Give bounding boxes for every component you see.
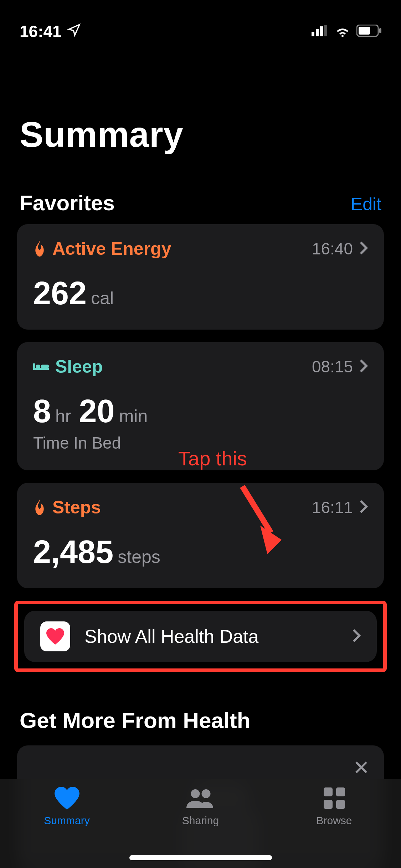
metric-subtext: Time In Bed (33, 433, 368, 453)
tab-sharing[interactable]: Sharing (134, 786, 267, 827)
metric-unit: steps (118, 547, 160, 567)
svg-rect-15 (324, 787, 333, 796)
card-steps[interactable]: Steps 16:11 2,485 steps (17, 483, 384, 588)
card-title: Steps (52, 497, 101, 518)
grid-icon (324, 786, 345, 810)
favorites-title: Favorites (20, 191, 115, 215)
edit-button[interactable]: Edit (351, 194, 381, 215)
card-sleep[interactable]: Sleep 08:15 8 hr 20 min Time In Bed (17, 342, 384, 470)
chevron-right-icon (352, 629, 361, 644)
annotation-highlight-box: Show All Health Data (14, 601, 387, 672)
show-all-health-data-row[interactable]: Show All Health Data (24, 611, 377, 662)
svg-rect-1 (316, 29, 319, 36)
tab-bar: Summary Sharing Browse (0, 779, 401, 868)
show-all-label: Show All Health Data (84, 626, 338, 647)
home-indicator[interactable] (129, 855, 272, 860)
chevron-right-icon (359, 500, 368, 515)
wifi-icon (334, 24, 351, 38)
chevron-right-icon (359, 359, 368, 374)
people-icon (186, 786, 215, 810)
status-time: 16:41 (20, 22, 62, 41)
heart-icon (55, 786, 79, 810)
metric-unit: cal (91, 288, 114, 309)
flame-icon (33, 241, 46, 257)
svg-rect-9 (36, 365, 40, 368)
svg-rect-0 (312, 32, 314, 36)
card-title: Sleep (55, 356, 103, 377)
tab-browse[interactable]: Browse (267, 786, 401, 827)
metric-value: 262 (33, 275, 87, 312)
svg-rect-6 (379, 28, 381, 33)
svg-rect-2 (320, 26, 323, 36)
svg-rect-3 (324, 25, 327, 36)
cellular-signal-icon (312, 25, 329, 38)
svg-rect-7 (33, 368, 49, 370)
metric-value: 2,485 (33, 534, 113, 570)
card-time: 16:40 (312, 239, 353, 258)
get-more-title: Get More From Health (0, 672, 401, 745)
favorites-header: Favorites Edit (0, 155, 401, 224)
metric-value: 8 (33, 393, 51, 430)
svg-rect-8 (33, 363, 35, 370)
health-app-icon (40, 621, 70, 651)
card-title: Active Energy (52, 238, 171, 259)
card-time: 08:15 (312, 357, 353, 376)
flame-icon (33, 500, 46, 515)
svg-rect-10 (41, 365, 49, 368)
bed-icon (33, 361, 49, 372)
page-title: Summary (0, 46, 401, 155)
tab-summary[interactable]: Summary (0, 786, 134, 827)
metric-unit: hr (55, 406, 71, 427)
svg-rect-17 (324, 800, 333, 809)
location-arrow-icon (67, 22, 81, 41)
chevron-right-icon (359, 241, 368, 257)
metric-value-2: 20 (79, 393, 115, 430)
tab-label: Sharing (182, 815, 219, 827)
tab-label: Summary (44, 815, 89, 827)
svg-rect-18 (336, 800, 345, 809)
battery-icon (356, 25, 381, 38)
metric-unit-2: min (119, 406, 148, 427)
svg-point-13 (191, 789, 200, 798)
card-active-energy[interactable]: Active Energy 16:40 262 cal (17, 224, 384, 330)
svg-point-14 (201, 789, 210, 798)
svg-rect-5 (359, 27, 370, 35)
status-bar: 16:41 (0, 0, 401, 46)
close-icon[interactable]: ✕ (353, 756, 370, 779)
card-time: 16:11 (312, 498, 353, 517)
svg-rect-16 (336, 787, 345, 796)
tab-label: Browse (316, 815, 352, 827)
